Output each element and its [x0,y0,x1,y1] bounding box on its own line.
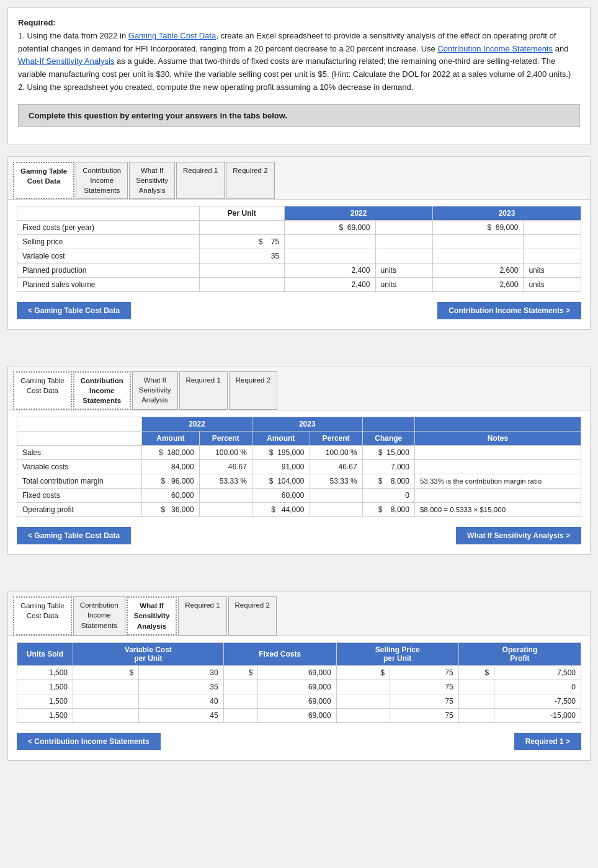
next-whatif-btn[interactable]: What If Sensitivity Analysis > [456,527,581,544]
fixed-2023-empty [524,221,581,235]
ci-var-amt2022: 84,000 [142,460,200,474]
link-whatif[interactable]: What-If Sensitivity Analysis [18,56,114,66]
section1-tab-row: Gaming TableCost Data ContributionIncome… [8,157,590,200]
link-gaming-table[interactable]: Gaming Table Cost Data [128,31,216,40]
wi-r2-fixed-prefix [223,680,258,694]
prev-contribution-btn[interactable]: < Gaming Table Cost Data [17,527,131,544]
label-planned-production: Planned production [17,264,200,278]
wi-r4-units: 1,500 [17,708,73,722]
next-contribution-btn[interactable]: Contribution Income Statements > [437,302,581,319]
tab-required2-s1[interactable]: Required 2 [226,162,274,199]
tab-whatif-s1[interactable]: What IfSensitivityAnalysis [129,162,175,199]
tab-required1-s1[interactable]: Required 1 [176,162,225,199]
tab-contribution-s1[interactable]: ContributionIncomeStatements [76,162,128,199]
next-required1-btn[interactable]: Required 1 > [514,733,581,750]
ci-op-amt2022: $ 36,000 [142,503,200,517]
ci-tcm-amt2022: $ 96,000 [142,474,200,489]
v2022-empty [285,249,375,264]
ci-fixed-amt2023: 60,000 [252,489,310,503]
whatif-table: Units Sold Variable Costper Unit Fixed C… [17,642,581,723]
link-contribution[interactable]: Contribution Income Statements [437,44,553,53]
ci-sales-amt2023: $ 195,000 [252,446,310,460]
wi-r1-fixed: 69,000 [258,665,336,680]
section1-content: Per Unit 2022 2023 Fixed costs (per year… [8,200,590,329]
ci-sales-pct2023: 100.00 % [310,446,362,460]
wi-header-varunit: Variable Costper Unit [73,642,224,665]
ps-2022: 2,400 [285,278,375,292]
wi-r2-var: 35 [139,680,223,694]
ci-row-variable: Variable costs 84,000 46.67 91,000 46.67… [17,460,581,474]
intro-text-1: 1. Using the data from 2022 in [18,31,128,40]
s2022-empty2 [375,235,433,249]
section3-nav: < Contribution Income Statements Require… [17,729,581,754]
tab-whatif-s3[interactable]: What IfSensitivityAnalysis [127,596,177,635]
required-text: Required: 1. Using the data from 2022 in… [18,17,580,94]
wi-r1-var: 30 [139,665,223,680]
ps-2023-unit: units [524,278,581,292]
section2-content: 2022 2023 Amount Percent Amount Percent … [8,410,590,554]
section2-tab-row: Gaming TableCost Data ContributionIncome… [8,366,590,410]
row-planned-sales: Planned sales volume 2,400 units 2,600 u… [17,278,581,292]
tab-contribution-s2[interactable]: ContributionIncomeStatements [73,371,131,410]
ci-subheader-pct-2023: Percent [310,432,362,446]
pp-2023-unit: units [524,264,581,278]
wi-r3-var: 40 [139,694,223,708]
label-fixed-costs: Fixed costs (per year) [17,221,200,235]
ci-tcm-change: $ 8,000 [362,474,414,489]
fixed-2022: $ 69,000 [285,221,375,235]
header-2022: 2022 [285,206,433,221]
v2023-empty [433,249,524,264]
section1-nav: < Gaming Table Cost Data Contribution In… [17,298,581,323]
wi-r3-fixed: 69,000 [258,694,336,708]
wi-r1-profit: 7,500 [494,665,581,680]
ci-var-pct2023: 46.67 [310,460,362,474]
wi-r4-profit: -15,000 [494,708,581,722]
prev-gaming-table-btn[interactable]: < Gaming Table Cost Data [17,302,131,319]
ci-tcm-notes: 53.33% is the contribution margin ratio [414,474,581,489]
ci-row-tcm: Total contribution margin $ 96,000 53.33… [17,474,581,489]
tab-required1-s3[interactable]: Required 1 [178,596,226,635]
ci-label-fixed: Fixed costs [17,489,142,503]
fixed-2022-empty [375,221,433,235]
ps-2022-unit: units [375,278,433,292]
tab-gaming-table-s2[interactable]: Gaming TableCost Data [13,371,72,410]
v2023-empty2 [524,249,581,264]
tab-gaming-table-s1[interactable]: Gaming TableCost Data [13,162,74,199]
instructions-text: Complete this question by entering your … [29,111,287,120]
wi-r1-var-prefix: $ [73,665,139,680]
ci-op-amt2023: $ 44,000 [252,503,310,517]
wi-r4-var-prefix [73,708,139,722]
ci-subheader-amount-2023: Amount [252,432,310,446]
ci-header-empty [17,417,142,432]
row-planned-production: Planned production 2,400 units 2,600 uni… [17,264,581,278]
s2023-empty2 [524,235,581,249]
required-section: Required: 1. Using the data from 2022 in… [7,7,591,145]
ci-label-op: Operating profit [17,503,142,517]
variable-per-unit: 35 [199,249,285,264]
prev-whatif-btn[interactable]: < Contribution Income Statements [17,733,161,750]
wi-r3-profit: -7,500 [494,694,581,708]
section3-tab-row: Gaming TableCost Data ContributionIncome… [8,591,590,636]
tab-required2-s2[interactable]: Required 2 [229,371,277,410]
ci-var-pct2022: 46.67 [199,460,252,474]
ci-fixed-notes [414,489,581,503]
wi-r3-var-prefix [73,694,139,708]
wi-r3-sell-prefix [336,694,390,708]
ci-header-notes [414,417,581,432]
tab-whatif-s2[interactable]: What IfSensitivityAnalysis [132,371,178,410]
wi-r4-fixed-prefix [223,708,258,722]
wi-r1-fixed-prefix: $ [223,665,258,680]
wi-r4-sell-prefix [336,708,390,722]
ci-subheader-empty [17,432,142,446]
ci-op-notes: $8,000 = 0.5333 × $15,000 [414,503,581,517]
wi-r2-units: 1,500 [17,680,73,694]
tab-required2-s3[interactable]: Required 2 [228,596,277,635]
ci-fixed-pct2022 [199,489,252,503]
tab-required1-s2[interactable]: Required 1 [179,371,228,410]
wi-header-selling: Selling Priceper Unit [336,642,458,665]
ci-subheader-amount-2022: Amount [142,432,200,446]
section3-whatif: Gaming TableCost Data ContributionIncome… [7,591,591,760]
tab-gaming-table-s3[interactable]: Gaming TableCost Data [13,596,72,635]
ci-tcm-amt2023: $ 104,000 [252,474,310,489]
tab-contribution-s3[interactable]: ContributionIncomeStatements [73,596,125,635]
